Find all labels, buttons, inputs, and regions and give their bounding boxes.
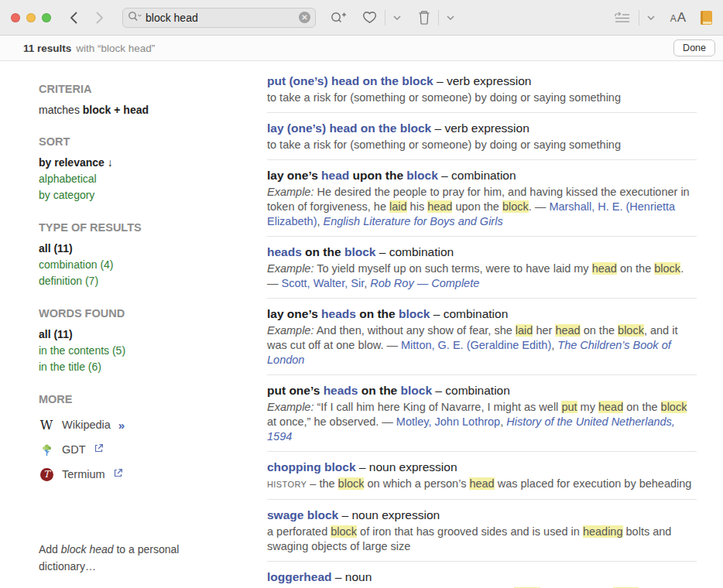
type-of-results-option[interactable]: definition (7) (39, 273, 252, 289)
add-to-personal-dictionary-link[interactable]: Add block head to a personal dictionary… (39, 541, 194, 575)
type-of-results-option[interactable]: all (11) (39, 241, 252, 257)
entry-title[interactable]: chopping block – noun expression (267, 460, 697, 475)
criteria-section: CRITERIA matches block + head (39, 83, 252, 118)
words-found-option[interactable]: all (11) (39, 326, 252, 343)
result-entry: lay one’s heads on the block – combinati… (267, 299, 697, 375)
reading-list-icon[interactable] (614, 12, 631, 24)
termium-logo-icon: T (39, 468, 54, 481)
highlighted-match: laid (389, 200, 407, 213)
reading-list-menu-chevron-icon[interactable] (647, 15, 655, 20)
forward-icon[interactable] (95, 11, 104, 25)
results-suffix: with “block head” (76, 43, 155, 54)
entry-body: Example: And then, without any show of f… (267, 323, 697, 368)
gdt-tree-icon (39, 443, 54, 456)
sort-option[interactable]: alphabetical (39, 171, 252, 187)
result-entry: lay one’s head upon the block – combinat… (267, 160, 697, 237)
entry-body: Example: “If I call him here King of Nav… (267, 400, 697, 444)
entry-title[interactable]: put (one’s) head on the block – verb exp… (267, 74, 697, 89)
type-of-results-option[interactable]: combination (4) (39, 257, 252, 273)
highlighted-match: head (555, 324, 580, 337)
gdt-link[interactable]: GDT (39, 437, 252, 462)
highlighted-match: block (338, 477, 365, 490)
highlighted-match: block (618, 324, 644, 337)
words-found-option[interactable]: in the contents (5) (39, 343, 252, 359)
search-value: block head (146, 12, 296, 24)
entry-title[interactable]: lay (one’s) head on the block – verb exp… (267, 121, 697, 136)
result-entry: put (one’s) head on the block – verb exp… (267, 67, 697, 113)
highlighted-match: put (561, 401, 577, 413)
entry-title[interactable]: lay one’s heads on the block – combinati… (267, 306, 697, 322)
highlighted-match: laid (516, 324, 533, 337)
traffic-lights (11, 13, 51, 22)
entry-title[interactable]: swage block – noun expression (267, 508, 697, 523)
filter-sidebar: CRITERIA matches block + head SORT by re… (0, 61, 267, 587)
entry-title[interactable]: loggerhead – noun (267, 569, 697, 585)
termium-link[interactable]: T Termium (39, 462, 252, 487)
close-window-button[interactable] (11, 13, 20, 22)
done-button[interactable]: Done (673, 39, 715, 56)
clear-search-icon[interactable]: ✕ (299, 12, 310, 23)
results-bar: 11 results with “block head” Done (0, 36, 723, 61)
wikipedia-chevrons-icon: » (118, 419, 125, 432)
result-entry: loggerhead – nounEtymology: From Early M… (267, 562, 697, 588)
wikipedia-logo-icon: W (39, 418, 54, 432)
favorites-menu-chevron-icon[interactable] (393, 15, 401, 20)
result-entry: swage block – noun expressiona perforate… (267, 500, 697, 562)
highlighted-match: block (331, 525, 357, 538)
text-size-icon[interactable]: AA (670, 10, 687, 26)
add-search-icon[interactable] (330, 11, 347, 25)
highlighted-match: block (502, 200, 529, 213)
entry-body: HISTORY – the block on which a person’s … (267, 477, 697, 492)
highlighted-match: head (427, 200, 452, 213)
highlighted-match: head (469, 477, 494, 490)
trash-menu-chevron-icon[interactable] (447, 15, 454, 20)
citation-link[interactable]: Rob Roy — Complete (370, 277, 479, 289)
words-found-section: WORDS FOUND all (11)in the contents (5)i… (39, 307, 252, 375)
sort-section: SORT by relevance ↓alphabeticalby catego… (39, 135, 252, 203)
highlighted-match: head (592, 262, 617, 275)
entry-body: Example: To yield myself up on such term… (267, 262, 697, 291)
more-header: MORE (39, 393, 252, 405)
entry-title[interactable]: put one’s heads on the block – combinati… (267, 383, 697, 398)
citation-link[interactable]: Scott, Walter, Sir (282, 277, 365, 289)
entry-body: Example: He desired the people to pray f… (267, 185, 697, 229)
result-entry: heads on the block – combinationExample:… (267, 237, 697, 299)
criteria-description: matches block + head (39, 102, 252, 118)
more-section: MORE W Wikipedia » GDT T Termium (39, 393, 252, 487)
search-icon (128, 11, 142, 25)
words-found-header: WORDS FOUND (39, 307, 252, 320)
entry-title[interactable]: lay one’s head upon the block – combinat… (267, 168, 697, 183)
citation-link[interactable]: Mitton, G. E. (Geraldine Edith) (401, 339, 551, 351)
sort-header: SORT (39, 135, 252, 148)
highlighted-match: head (598, 401, 623, 413)
search-input[interactable]: block head ✕ (122, 8, 316, 28)
entry-body: a perforated block of iron that has groo… (267, 525, 697, 554)
entry-body: to take a risk for (something or someone… (267, 91, 697, 105)
entry-body: to take a risk for (something or someone… (267, 138, 697, 152)
external-link-icon (94, 443, 104, 456)
back-icon[interactable] (70, 11, 78, 25)
citation-link[interactable]: Motley, John Lothrop (396, 415, 500, 428)
wikipedia-link[interactable]: W Wikipedia » (39, 412, 252, 437)
zoom-window-button[interactable] (42, 13, 51, 22)
result-entry: put one’s heads on the block – combinati… (267, 375, 697, 452)
highlighted-match: block (661, 401, 687, 413)
results-count: 11 results (23, 43, 71, 54)
entry-title[interactable]: heads on the block – combination (267, 244, 697, 260)
sort-option[interactable]: by category (39, 187, 252, 203)
result-entry: lay (one’s) head on the block – verb exp… (267, 113, 697, 160)
external-link-icon (113, 468, 123, 480)
words-found-option[interactable]: in the title (6) (39, 359, 252, 375)
favorites-heart-icon[interactable] (362, 11, 377, 24)
result-entry: chopping block – noun expressionHISTORY … (267, 452, 697, 500)
criteria-header: CRITERIA (39, 83, 252, 95)
window-toolbar: block head ✕ AA (0, 0, 723, 36)
type-of-results-header: TYPE OF RESULTS (39, 221, 252, 234)
sort-option[interactable]: by relevance ↓ (39, 155, 252, 171)
results-list: put (one’s) head on the block – verb exp… (267, 61, 723, 587)
type-of-results-section: TYPE OF RESULTS all (11)combination (4)d… (39, 221, 252, 289)
dictionary-book-icon[interactable] (701, 11, 712, 25)
citation-link[interactable]: English Literature for Boys and Girls (324, 215, 503, 227)
minimize-window-button[interactable] (26, 13, 36, 22)
trash-icon[interactable] (418, 11, 430, 25)
